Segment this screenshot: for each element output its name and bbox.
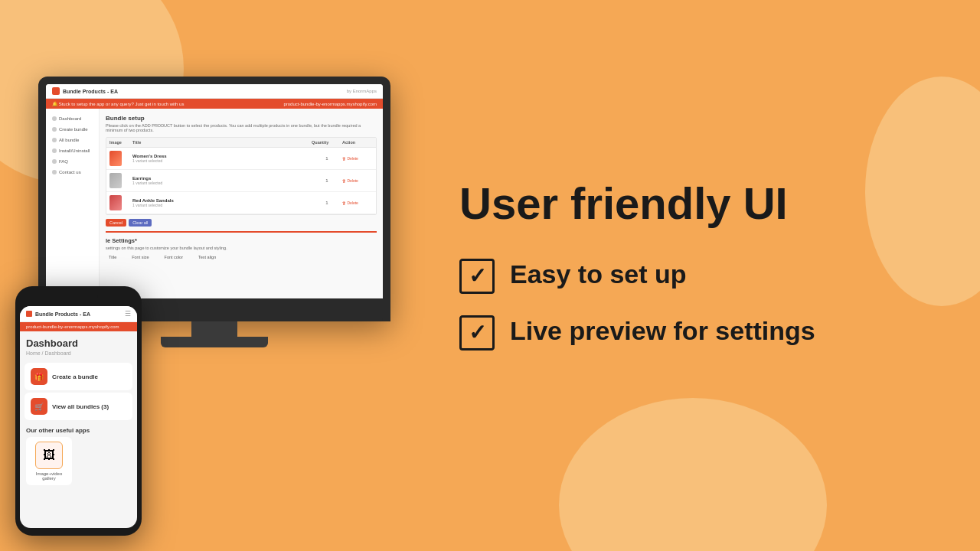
product-qty: 1 — [312, 178, 342, 183]
gallery-app-label: Image+video gallery — [31, 471, 67, 481]
delete-button[interactable]: 🗑 Delete — [342, 178, 373, 183]
phone-app-title: Bundle Products - EA — [35, 311, 90, 317]
app-sidebar: Dashboard Create bundle All bundle — [46, 109, 100, 298]
settings-col-fontcolor: Font color — [165, 255, 183, 259]
phone-outer: Bundle Products - EA ☰ product-bundle-by… — [15, 286, 142, 536]
dot-icon — [52, 159, 57, 164]
section-divider — [106, 231, 377, 233]
other-apps-title: Our other useful apps — [26, 427, 131, 434]
sidebar-item-install[interactable]: Install/Uninstall — [46, 145, 99, 156]
table-row: Women's Dress 1 variant selected 1 🗑 Del… — [106, 148, 376, 170]
checkbox-live-preview-icon — [459, 315, 495, 350]
phone-app-card[interactable]: 🖼 Image+video gallery — [26, 437, 72, 485]
checkbox-easy-setup-icon — [459, 259, 495, 294]
product-image — [109, 173, 122, 188]
sidebar-item-all[interactable]: All bundle — [46, 135, 99, 145]
table-header-row: Image Title Quantity Action — [106, 138, 376, 148]
phone-menu-create-label: Create a bundle — [52, 373, 98, 380]
phone-notch — [60, 294, 98, 303]
view-bundles-icon: 🛒 — [31, 398, 47, 415]
delete-button[interactable]: 🗑 Delete — [342, 156, 373, 161]
main-title: User friendly UI — [459, 179, 949, 228]
products-table: Image Title Quantity Action Women's Dr — [106, 137, 377, 215]
phone-other-apps-section: Our other useful apps 🖼 Image+video gall… — [20, 422, 137, 488]
phone-breadcrumb: Home / Dashboard — [20, 350, 137, 360]
create-bundle-icon: 🎁 — [31, 368, 47, 385]
phone-menu-view-label: View all bundles (3) — [52, 403, 109, 410]
cancel-button[interactable]: Cancel — [106, 219, 126, 227]
phone-screen: Bundle Products - EA ☰ product-bundle-by… — [20, 306, 137, 528]
col-action: Action — [342, 140, 373, 145]
app-main: Bundle setup Please click on the ADD PRO… — [100, 109, 383, 298]
clear-all-button[interactable]: Clear all — [129, 219, 152, 227]
product-variant: 1 variant selected — [132, 181, 312, 185]
sidebar-item-faq[interactable]: FAQ — [46, 156, 99, 167]
product-image — [109, 195, 122, 210]
app-logo-icon — [52, 87, 60, 95]
action-buttons: Cancel Clear all — [106, 219, 377, 227]
gallery-app-icon: 🖼 — [35, 442, 63, 469]
bundle-setup-title: Bundle setup — [106, 115, 377, 122]
monitor-neck — [191, 321, 237, 337]
product-variant: 1 variant selected — [132, 203, 312, 207]
table-row: Earrings 1 variant selected 1 🗑 Delete — [106, 170, 376, 192]
right-section: User friendly UI Easy to set up Live pre… — [444, 156, 980, 395]
phone-menu-create[interactable]: 🎁 Create a bundle — [24, 363, 132, 390]
app-body: Dashboard Create bundle All bundle — [46, 109, 383, 298]
settings-col-textalign: Text align — [198, 255, 216, 259]
dot-icon — [52, 148, 57, 153]
settings-desc: settings on this page to customize your … — [106, 246, 377, 250]
table-row: Red Ankle Sandals 1 variant selected 1 🗑… — [106, 192, 376, 214]
app-header-title: Bundle Products - EA — [63, 89, 118, 94]
monitor-screen-outer: Bundle Products - EA by EnormApps 🔔 Stuc… — [38, 77, 390, 321]
product-variant: 1 variant selected — [132, 158, 312, 163]
delete-button[interactable]: 🗑 Delete — [342, 201, 373, 205]
settings-title: le Settings* — [106, 237, 377, 244]
monitor-base — [161, 337, 268, 347]
col-image: Image — [109, 140, 132, 145]
sidebar-item-dashboard[interactable]: Dashboard — [46, 113, 99, 124]
bundle-setup-desc: Please click on the ADD PRODUCT button t… — [106, 123, 377, 132]
settings-col-fontsize: Font size — [132, 255, 149, 259]
feature-item-live-preview: Live preview for settings — [459, 315, 949, 350]
settings-table-header: Title Font size Font color Text align — [106, 255, 377, 259]
sidebar-item-create[interactable]: Create bundle — [46, 124, 99, 135]
phone-url-bar: product-bundle-by-enormapps.myshopify.co… — [20, 322, 137, 331]
settings-col-title: Title — [109, 255, 116, 259]
product-qty: 1 — [312, 201, 342, 205]
notification-bar: 🔔 Stuck to setup the app or any query? J… — [46, 99, 383, 109]
sidebar-item-contact[interactable]: Contact us — [46, 167, 99, 178]
app-header: Bundle Products - EA by EnormApps — [46, 84, 383, 99]
dot-icon — [52, 138, 57, 142]
notification-message: 🔔 Stuck to setup the app or any query? J… — [52, 101, 184, 106]
col-title: Title — [132, 140, 312, 145]
dot-icon — [52, 170, 57, 174]
content-wrapper: Bundle Products - EA by EnormApps 🔔 Stuc… — [0, 0, 980, 551]
product-qty: 1 — [312, 156, 342, 161]
phone-app-header: Bundle Products - EA ☰ — [20, 306, 137, 322]
monitor-screen: Bundle Products - EA by EnormApps 🔔 Stuc… — [46, 84, 383, 298]
feature-easy-setup-text: Easy to set up — [510, 259, 687, 290]
notification-url: product-bundle-by-enormapps.myshopify.co… — [283, 102, 377, 106]
product-image — [109, 151, 122, 166]
app-header-right: by EnormApps — [347, 89, 377, 93]
phone-menu-view-all[interactable]: 🛒 View all bundles (3) — [24, 393, 132, 420]
mobile-phone: Bundle Products - EA ☰ product-bundle-by… — [15, 286, 142, 536]
col-quantity: Quantity — [312, 140, 342, 145]
feature-live-preview-text: Live preview for settings — [510, 315, 815, 347]
phone-menu-icon[interactable]: ☰ — [125, 310, 131, 318]
feature-item-easy-setup: Easy to set up — [459, 259, 949, 294]
left-section: Bundle Products - EA by EnormApps 🔔 Stuc… — [0, 0, 444, 551]
desktop-app-ui: Bundle Products - EA by EnormApps 🔔 Stuc… — [46, 84, 383, 298]
phone-app-logo-icon — [26, 311, 32, 317]
phone-dashboard-title: Dashboard — [20, 331, 137, 350]
dot-icon — [52, 116, 57, 121]
dot-icon — [52, 127, 57, 132]
